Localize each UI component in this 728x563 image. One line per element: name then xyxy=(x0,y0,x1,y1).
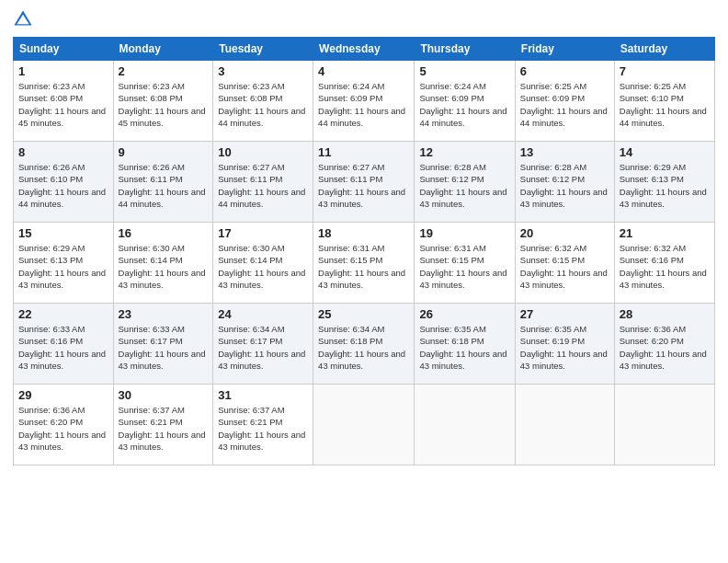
calendar-cell: 7 Sunrise: 6:25 AMSunset: 6:10 PMDayligh… xyxy=(614,61,714,142)
day-info: Sunrise: 6:25 AMSunset: 6:10 PMDaylight:… xyxy=(620,81,707,128)
calendar-week-row: 29 Sunrise: 6:36 AMSunset: 6:20 PMDaylig… xyxy=(14,385,715,465)
day-number: 24 xyxy=(218,307,308,321)
calendar-cell: 6 Sunrise: 6:25 AMSunset: 6:09 PMDayligh… xyxy=(515,61,614,142)
day-number: 9 xyxy=(119,145,209,159)
calendar-cell: 30 Sunrise: 6:37 AMSunset: 6:21 PMDaylig… xyxy=(113,385,213,465)
day-number: 8 xyxy=(18,145,108,159)
day-info: Sunrise: 6:33 AMSunset: 6:16 PMDaylight:… xyxy=(18,324,106,371)
day-info: Sunrise: 6:34 AMSunset: 6:17 PMDaylight:… xyxy=(218,324,305,371)
day-number: 15 xyxy=(18,226,108,240)
calendar-cell: 18 Sunrise: 6:31 AMSunset: 6:15 PMDaylig… xyxy=(313,223,415,304)
day-info: Sunrise: 6:29 AMSunset: 6:13 PMDaylight:… xyxy=(18,243,106,290)
day-number: 3 xyxy=(218,64,308,78)
day-info: Sunrise: 6:23 AMSunset: 6:08 PMDaylight:… xyxy=(119,81,206,128)
calendar-cell: 1 Sunrise: 6:23 AMSunset: 6:08 PMDayligh… xyxy=(14,61,114,142)
calendar-week-row: 8 Sunrise: 6:26 AMSunset: 6:10 PMDayligh… xyxy=(14,142,715,223)
day-info: Sunrise: 6:28 AMSunset: 6:12 PMDaylight:… xyxy=(419,162,506,209)
calendar-cell: 12 Sunrise: 6:28 AMSunset: 6:12 PMDaylig… xyxy=(415,142,515,223)
day-info: Sunrise: 6:36 AMSunset: 6:20 PMDaylight:… xyxy=(620,324,707,371)
calendar-week-row: 15 Sunrise: 6:29 AMSunset: 6:13 PMDaylig… xyxy=(14,223,715,304)
day-number: 6 xyxy=(520,64,609,78)
day-info: Sunrise: 6:31 AMSunset: 6:15 PMDaylight:… xyxy=(419,243,506,290)
day-header-saturday: Saturday xyxy=(614,38,714,61)
logo xyxy=(13,9,37,29)
day-number: 28 xyxy=(620,307,710,321)
day-header-monday: Monday xyxy=(113,38,213,61)
calendar-cell: 4 Sunrise: 6:24 AMSunset: 6:09 PMDayligh… xyxy=(313,61,415,142)
day-header-thursday: Thursday xyxy=(415,38,515,61)
day-number: 17 xyxy=(218,226,308,240)
day-number: 26 xyxy=(419,307,509,321)
day-header-sunday: Sunday xyxy=(14,38,114,61)
day-number: 1 xyxy=(18,64,108,78)
day-info: Sunrise: 6:37 AMSunset: 6:21 PMDaylight:… xyxy=(218,405,305,452)
day-number: 5 xyxy=(419,64,509,78)
day-info: Sunrise: 6:30 AMSunset: 6:14 PMDaylight:… xyxy=(218,243,305,290)
calendar-cell: 20 Sunrise: 6:32 AMSunset: 6:15 PMDaylig… xyxy=(515,223,614,304)
day-info: Sunrise: 6:26 AMSunset: 6:11 PMDaylight:… xyxy=(119,162,206,209)
day-info: Sunrise: 6:30 AMSunset: 6:14 PMDaylight:… xyxy=(119,243,206,290)
header xyxy=(13,9,715,29)
day-info: Sunrise: 6:23 AMSunset: 6:08 PMDaylight:… xyxy=(18,81,106,128)
day-info: Sunrise: 6:29 AMSunset: 6:13 PMDaylight:… xyxy=(620,162,707,209)
calendar-cell: 19 Sunrise: 6:31 AMSunset: 6:15 PMDaylig… xyxy=(415,223,515,304)
calendar-cell: 9 Sunrise: 6:26 AMSunset: 6:11 PMDayligh… xyxy=(113,142,213,223)
day-header-tuesday: Tuesday xyxy=(213,38,313,61)
calendar-header-row: SundayMondayTuesdayWednesdayThursdayFrid… xyxy=(14,38,715,61)
day-number: 29 xyxy=(18,388,108,402)
calendar-cell: 5 Sunrise: 6:24 AMSunset: 6:09 PMDayligh… xyxy=(415,61,515,142)
day-info: Sunrise: 6:37 AMSunset: 6:21 PMDaylight:… xyxy=(119,405,206,452)
day-info: Sunrise: 6:33 AMSunset: 6:17 PMDaylight:… xyxy=(119,324,206,371)
day-number: 20 xyxy=(520,226,609,240)
day-number: 12 xyxy=(419,145,509,159)
calendar-week-row: 1 Sunrise: 6:23 AMSunset: 6:08 PMDayligh… xyxy=(14,61,715,142)
calendar-cell: 21 Sunrise: 6:32 AMSunset: 6:16 PMDaylig… xyxy=(614,223,714,304)
calendar-cell: 27 Sunrise: 6:35 AMSunset: 6:19 PMDaylig… xyxy=(515,304,614,385)
day-header-friday: Friday xyxy=(515,38,614,61)
calendar-cell: 13 Sunrise: 6:28 AMSunset: 6:12 PMDaylig… xyxy=(515,142,614,223)
day-info: Sunrise: 6:24 AMSunset: 6:09 PMDaylight:… xyxy=(318,81,405,128)
calendar-cell: 26 Sunrise: 6:35 AMSunset: 6:18 PMDaylig… xyxy=(415,304,515,385)
calendar-cell xyxy=(515,385,614,465)
day-number: 16 xyxy=(119,226,209,240)
day-info: Sunrise: 6:32 AMSunset: 6:15 PMDaylight:… xyxy=(520,243,608,290)
day-number: 14 xyxy=(620,145,710,159)
calendar-cell: 28 Sunrise: 6:36 AMSunset: 6:20 PMDaylig… xyxy=(614,304,714,385)
calendar-cell: 23 Sunrise: 6:33 AMSunset: 6:17 PMDaylig… xyxy=(113,304,213,385)
day-info: Sunrise: 6:35 AMSunset: 6:19 PMDaylight:… xyxy=(520,324,608,371)
day-number: 2 xyxy=(119,64,209,78)
calendar-cell: 3 Sunrise: 6:23 AMSunset: 6:08 PMDayligh… xyxy=(213,61,313,142)
day-number: 18 xyxy=(318,226,409,240)
day-header-wednesday: Wednesday xyxy=(313,38,415,61)
calendar-cell: 25 Sunrise: 6:34 AMSunset: 6:18 PMDaylig… xyxy=(313,304,415,385)
day-info: Sunrise: 6:27 AMSunset: 6:11 PMDaylight:… xyxy=(218,162,305,209)
day-number: 4 xyxy=(318,64,409,78)
day-info: Sunrise: 6:36 AMSunset: 6:20 PMDaylight:… xyxy=(18,405,106,452)
day-info: Sunrise: 6:26 AMSunset: 6:10 PMDaylight:… xyxy=(18,162,106,209)
day-number: 21 xyxy=(620,226,710,240)
day-number: 22 xyxy=(18,307,108,321)
day-info: Sunrise: 6:34 AMSunset: 6:18 PMDaylight:… xyxy=(318,324,405,371)
day-info: Sunrise: 6:24 AMSunset: 6:09 PMDaylight:… xyxy=(419,81,506,128)
calendar-table: SundayMondayTuesdayWednesdayThursdayFrid… xyxy=(13,37,715,465)
day-number: 23 xyxy=(119,307,209,321)
page-container: SundayMondayTuesdayWednesdayThursdayFrid… xyxy=(0,0,728,471)
calendar-cell: 22 Sunrise: 6:33 AMSunset: 6:16 PMDaylig… xyxy=(14,304,114,385)
day-number: 27 xyxy=(520,307,609,321)
calendar-cell: 14 Sunrise: 6:29 AMSunset: 6:13 PMDaylig… xyxy=(614,142,714,223)
day-info: Sunrise: 6:31 AMSunset: 6:15 PMDaylight:… xyxy=(318,243,405,290)
calendar-cell: 2 Sunrise: 6:23 AMSunset: 6:08 PMDayligh… xyxy=(113,61,213,142)
calendar-cell xyxy=(313,385,415,465)
day-info: Sunrise: 6:27 AMSunset: 6:11 PMDaylight:… xyxy=(318,162,405,209)
day-info: Sunrise: 6:28 AMSunset: 6:12 PMDaylight:… xyxy=(520,162,608,209)
calendar-cell: 29 Sunrise: 6:36 AMSunset: 6:20 PMDaylig… xyxy=(14,385,114,465)
day-info: Sunrise: 6:23 AMSunset: 6:08 PMDaylight:… xyxy=(218,81,305,128)
calendar-cell xyxy=(614,385,714,465)
calendar-week-row: 22 Sunrise: 6:33 AMSunset: 6:16 PMDaylig… xyxy=(14,304,715,385)
day-number: 25 xyxy=(318,307,409,321)
day-info: Sunrise: 6:35 AMSunset: 6:18 PMDaylight:… xyxy=(419,324,506,371)
day-number: 10 xyxy=(218,145,308,159)
day-number: 30 xyxy=(119,388,209,402)
day-info: Sunrise: 6:25 AMSunset: 6:09 PMDaylight:… xyxy=(520,81,608,128)
day-number: 19 xyxy=(419,226,509,240)
